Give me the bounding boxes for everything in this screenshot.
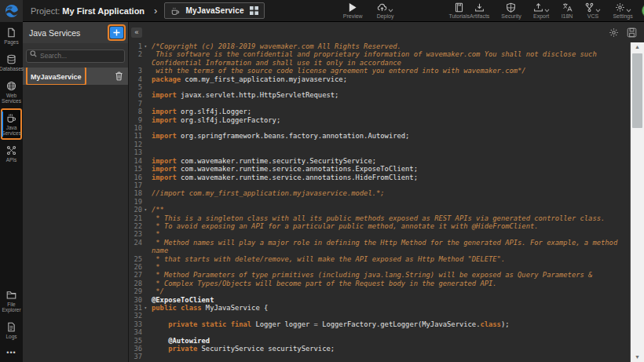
line-number[interactable]: 27 [129,271,148,279]
tab-myjavaservice[interactable]: MyJavaService [164,2,264,19]
sidebar-item-file-explorer[interactable]: File Explorer [1,285,22,316]
line-number[interactable]: 5 [129,83,148,91]
line-number[interactable]: 12 [129,141,148,148]
code-text[interactable] [148,83,630,91]
line-number[interactable]: 31▾ [129,304,148,312]
line-number[interactable]: 1▾ [129,42,148,50]
code-text[interactable]: import org.slf4j.Logger; [148,108,630,115]
code-text[interactable]: @Autowired [148,337,630,345]
line-number[interactable]: 2 [129,50,148,67]
code-text[interactable]: * [148,230,630,238]
action-i18n[interactable]: I18N [562,2,573,19]
collapse-panel-button[interactable]: « [131,27,142,38]
vertical-scrollbar[interactable]: ▲ ▼ [630,42,644,362]
code-text[interactable]: import javax.servlet.http.HttpServletReq… [148,91,630,99]
line-number[interactable]: 18 [129,189,148,197]
code-text[interactable]: //import com.my_first_application.myjava… [148,189,630,197]
line-number[interactable]: 25 [129,255,148,263]
code-text[interactable]: with the terms of the source code licens… [148,67,630,75]
line-number[interactable]: 3 [129,67,148,75]
line-number[interactable]: 13 [129,148,148,156]
code-text[interactable]: * Method names will play a major role in… [148,239,630,255]
search-input[interactable] [26,49,125,63]
line-number[interactable]: 30 [129,296,148,304]
line-number[interactable]: 10 [129,124,148,132]
code-text[interactable]: @ExposeToClient [148,296,630,304]
code-text[interactable] [148,181,630,189]
code-text[interactable]: import org.springframework.beans.factory… [148,132,630,140]
line-number[interactable]: 4 [129,75,148,83]
code-text[interactable] [148,312,630,320]
code-area[interactable]: 1▾/*Copyright (c) 2018-2019 wavemaker.co… [129,42,630,362]
code-text[interactable]: * This is a singleton class with all its… [148,214,630,222]
code-text[interactable] [148,141,630,148]
line-number[interactable]: 32 [129,312,148,320]
line-number[interactable]: 26 [129,263,148,271]
code-text[interactable] [148,124,630,132]
code-text[interactable]: import org.slf4j.LoggerFactory; [148,116,630,124]
line-number[interactable]: 35 [129,337,148,345]
action-artifacts[interactable]: Artifacts [470,2,489,19]
line-number[interactable]: 8 [129,108,148,115]
line-number[interactable]: 11 [129,132,148,140]
line-number[interactable]: 14 [129,157,148,165]
code-text[interactable]: /** [148,206,630,214]
line-number[interactable]: 36 [129,345,148,353]
action-deploy[interactable]: Deploy [377,2,394,19]
line-number[interactable]: 17 [129,181,148,189]
more-options-button[interactable]: ••• [0,344,23,362]
code-text[interactable] [148,148,630,156]
sidebar-item-java-services[interactable]: Java Services [1,108,22,140]
code-text[interactable] [148,353,630,360]
action-tutorials[interactable]: Tutorials [448,2,470,19]
code-text[interactable]: /*Copyright (c) 2018-2019 wavemaker.com … [148,42,630,50]
editor-settings-button[interactable] [609,27,619,38]
line-number[interactable]: 9 [129,116,148,124]
caret-down-icon[interactable] [388,9,393,13]
action-vcs[interactable]: VCS [584,2,601,19]
line-number[interactable]: 29 [129,287,148,295]
code-text[interactable]: import com.wavemaker.runtime.security.Se… [148,157,630,165]
code-text[interactable]: import com.wavemaker.runtime.service.ann… [148,165,630,173]
sidebar-item-logs[interactable]: Logs [1,317,22,343]
grid-icon[interactable] [250,6,258,15]
line-number[interactable]: 6 [129,91,148,99]
code-text[interactable]: public class MyJavaService { [148,304,630,312]
code-text[interactable] [148,198,630,206]
code-text[interactable] [148,328,630,336]
caret-down-icon[interactable] [544,9,550,13]
code-text[interactable]: This software is the confidential and pr… [148,50,630,67]
line-number[interactable]: 22 [129,222,148,230]
fold-marker-icon[interactable]: ▾ [142,206,147,214]
caret-down-icon[interactable] [595,9,601,13]
line-number[interactable]: 7 [129,100,148,108]
delete-service-button[interactable] [115,71,123,81]
line-number[interactable]: 24 [129,239,148,255]
fold-marker-icon[interactable]: ▾ [142,42,147,50]
action-preview[interactable]: Preview [343,2,363,19]
line-number[interactable]: 21 [129,214,148,222]
code-text[interactable]: import com.wavemaker.runtime.service.ann… [148,174,630,181]
line-number[interactable]: 34 [129,328,148,336]
scrollbar-thumb[interactable] [632,53,642,128]
sidebar-item-web-services[interactable]: Web Services [1,76,22,108]
code-text[interactable]: * [148,263,630,271]
code-text[interactable]: * Method Parameters of type primitives (… [148,271,630,279]
code-text[interactable]: * that starts with delete/remove, will m… [148,255,630,263]
sidebar-item-apis[interactable]: APIs [1,141,22,166]
add-service-button[interactable] [110,27,123,38]
fold-marker-icon[interactable]: ▾ [142,304,147,312]
line-number[interactable]: 33 [129,320,148,328]
action-settings[interactable]: Settings [613,2,632,19]
action-security[interactable]: Security [501,2,521,19]
caret-down-icon[interactable] [626,9,631,13]
line-number[interactable]: 37 [129,353,148,360]
save-button[interactable] [627,27,637,38]
line-number[interactable]: 20▾ [129,206,148,214]
wavemaker-logo[interactable] [0,0,23,22]
code-text[interactable] [148,100,630,108]
line-number[interactable]: 16 [129,174,148,181]
code-text[interactable]: package com.my_first_application.myjavas… [148,75,630,83]
code-text[interactable]: private static final Logger logger = Log… [148,320,630,328]
line-number[interactable]: 28 [129,280,148,287]
